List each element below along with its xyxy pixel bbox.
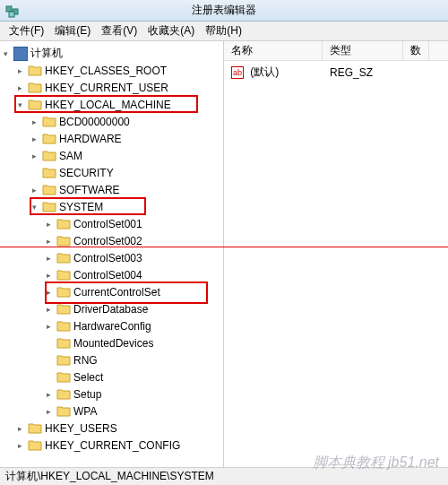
tree-node-cs004[interactable]: ▸ ControlSet004 xyxy=(0,266,223,283)
computer-icon xyxy=(13,47,28,61)
menu-help[interactable]: 帮助(H) xyxy=(200,22,247,40)
node-label: 计算机 xyxy=(30,46,63,61)
folder-icon xyxy=(28,422,42,434)
expander-icon[interactable]: ▸ xyxy=(14,439,26,451)
node-label: HKEY_CURRENT_USER xyxy=(45,82,168,94)
expander-icon[interactable]: ▸ xyxy=(43,286,55,298)
col-header-data[interactable]: 数 xyxy=(403,41,429,60)
expander-icon[interactable]: ▸ xyxy=(14,82,26,93)
menu-view[interactable]: 查看(V) xyxy=(96,22,142,40)
list-row[interactable]: ab (默认) REG_SZ xyxy=(224,61,448,83)
tree-node-system[interactable]: ▾ SYSTEM xyxy=(0,198,223,215)
expander-icon[interactable] xyxy=(43,371,55,383)
node-label: HardwareConfig xyxy=(73,320,151,333)
folder-icon xyxy=(42,167,56,178)
folder-icon xyxy=(56,354,71,366)
tree-node-software[interactable]: ▸ SOFTWARE xyxy=(0,181,223,198)
tree-node-hklm[interactable]: ▾ HKEY_LOCAL_MACHINE xyxy=(0,96,223,113)
expander-icon[interactable]: ▸ xyxy=(43,388,55,400)
regedit-icon xyxy=(5,4,20,18)
tree-node-wpa[interactable]: ▸ WPA xyxy=(0,403,223,420)
expander-icon[interactable]: ▸ xyxy=(29,133,40,144)
expander-icon[interactable] xyxy=(43,337,55,349)
expander-icon[interactable]: ▸ xyxy=(14,65,26,76)
folder-icon xyxy=(56,303,71,315)
folder-icon xyxy=(28,99,42,110)
tree-node-cs003[interactable]: ▸ ControlSet003 xyxy=(0,249,223,266)
node-label: HKEY_USERS xyxy=(45,422,117,435)
tree-node-cs001[interactable]: ▸ ControlSet001 xyxy=(0,215,223,232)
node-label: HKEY_CLASSES_ROOT xyxy=(45,65,167,77)
node-label: RNG xyxy=(73,354,98,367)
expander-icon[interactable]: ▸ xyxy=(14,422,26,434)
folder-icon xyxy=(56,218,71,230)
col-header-type[interactable]: 类型 xyxy=(323,41,403,60)
expander-icon[interactable] xyxy=(29,167,40,178)
node-label: ControlSet004 xyxy=(73,269,142,281)
menu-edit[interactable]: 编辑(E) xyxy=(49,22,96,40)
list-panel[interactable]: 名称 类型 数 ab (默认) REG_SZ xyxy=(224,41,448,467)
string-value-icon: ab xyxy=(231,66,244,79)
window-title: 注册表编辑器 xyxy=(192,3,256,18)
col-header-name[interactable]: 名称 xyxy=(224,41,323,60)
menu-file[interactable]: 文件(F) xyxy=(4,22,49,40)
node-label: SOFTWARE xyxy=(59,184,120,196)
tree-node-select[interactable]: Select xyxy=(0,368,223,385)
title-bar: 注册表编辑器 xyxy=(0,0,448,22)
folder-icon xyxy=(28,65,42,76)
folder-icon xyxy=(56,371,71,383)
value-type-cell: REG_SZ xyxy=(323,65,403,81)
node-label: DriverDatabase xyxy=(73,303,148,316)
expander-icon[interactable]: ▸ xyxy=(43,235,55,247)
tree-node-currentcontrolset[interactable]: ▸ CurrentControlSet xyxy=(0,283,223,300)
tree-node-security[interactable]: SECURITY xyxy=(0,164,223,181)
node-label: SECURITY xyxy=(59,167,114,179)
content-area: ▾ 计算机 ▸ HKEY_CLASSES_ROOT ▸ HKEY_CURRENT… xyxy=(0,41,448,467)
tree-panel[interactable]: ▾ 计算机 ▸ HKEY_CLASSES_ROOT ▸ HKEY_CURRENT… xyxy=(0,41,224,467)
tree-node-cs002[interactable]: ▸ ControlSet002 xyxy=(0,232,223,249)
folder-icon xyxy=(56,388,71,400)
expander-icon[interactable]: ▾ xyxy=(14,99,26,110)
tree-node-rng[interactable]: RNG xyxy=(0,351,223,368)
status-bar: 计算机\HKEY_LOCAL_MACHINE\SYSTEM xyxy=(0,467,448,485)
expander-icon[interactable] xyxy=(43,354,55,366)
expander-icon[interactable]: ▸ xyxy=(43,269,55,281)
expander-icon[interactable]: ▸ xyxy=(43,252,55,264)
tree-node-hardware[interactable]: ▸ HARDWARE xyxy=(0,130,223,147)
expander-icon[interactable]: ▸ xyxy=(43,320,55,332)
svg-rect-0 xyxy=(6,6,12,12)
expander-icon[interactable]: ▸ xyxy=(43,303,55,315)
folder-icon xyxy=(56,405,71,417)
expander-icon[interactable]: ▸ xyxy=(29,184,40,195)
expander-icon[interactable]: ▸ xyxy=(29,116,40,127)
node-label: SAM xyxy=(59,150,82,162)
tree-node-mounteddevices[interactable]: MountedDevices xyxy=(0,334,223,351)
tree-node-hku[interactable]: ▸ HKEY_USERS xyxy=(0,420,223,437)
tree-node-bcd[interactable]: ▸ BCD00000000 xyxy=(0,113,223,130)
value-name: (默认) xyxy=(250,65,279,78)
expander-icon[interactable]: ▸ xyxy=(29,150,40,161)
expander-icon[interactable]: ▾ xyxy=(0,48,12,59)
list-header: 名称 类型 数 xyxy=(224,41,448,61)
status-path: 计算机\HKEY_LOCAL_MACHINE\SYSTEM xyxy=(5,469,214,484)
folder-icon xyxy=(56,252,71,264)
folder-icon xyxy=(56,269,71,281)
menu-favorites[interactable]: 收藏夹(A) xyxy=(142,22,200,40)
tree-node-driverdatabase[interactable]: ▸ DriverDatabase xyxy=(0,300,223,317)
expander-icon[interactable]: ▸ xyxy=(43,405,55,417)
expander-icon[interactable]: ▸ xyxy=(43,218,55,230)
tree-node-hkcc[interactable]: ▸ HKEY_CURRENT_CONFIG xyxy=(0,437,223,454)
menu-bar: 文件(F) 编辑(E) 查看(V) 收藏夹(A) 帮助(H) xyxy=(0,22,448,41)
node-label: HKEY_CURRENT_CONFIG xyxy=(45,439,180,452)
tree-node-setup[interactable]: ▸ Setup xyxy=(0,385,223,403)
tree-node-sam[interactable]: ▸ SAM xyxy=(0,147,223,164)
folder-icon xyxy=(28,439,42,451)
folder-icon xyxy=(56,235,71,247)
tree-node-hardwareconfig[interactable]: ▸ HardwareConfig xyxy=(0,317,223,334)
tree-node-computer[interactable]: ▾ 计算机 xyxy=(0,45,223,62)
expander-icon[interactable]: ▾ xyxy=(29,201,40,212)
folder-icon xyxy=(56,320,71,332)
tree-node-hkcu[interactable]: ▸ HKEY_CURRENT_USER xyxy=(0,79,223,96)
node-label: BCD00000000 xyxy=(59,116,130,128)
tree-node-hkcr[interactable]: ▸ HKEY_CLASSES_ROOT xyxy=(0,62,223,79)
